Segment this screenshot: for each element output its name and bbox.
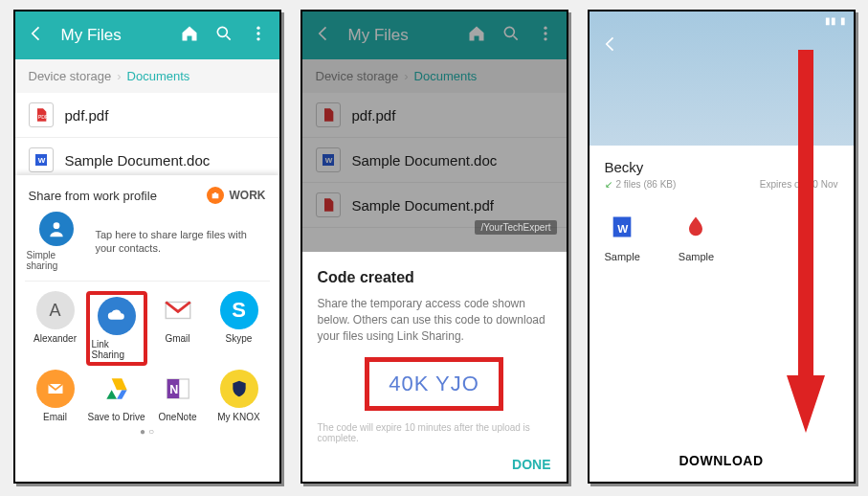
watermark: /YourTechExpert [475,220,556,235]
svg-point-0 [217,27,227,36]
email-icon [36,370,75,408]
share-sheet: Share from work profile WORK Simple shar… [15,175,279,482]
sender-name: Becky [605,159,838,175]
file-list: PDF pdf.pdf W Sample Document.doc [15,93,279,183]
share-target-drive[interactable]: Save to Drive [86,370,147,422]
doc-icon: W [608,209,636,245]
svg-text:W: W [37,156,45,165]
app-title: My Files [61,26,165,45]
share-target-onenote[interactable]: N OneNote [147,370,209,422]
phone-2-code-created: My Files Device storage › Documents pdf.… [300,10,568,484]
avatar-icon: A [36,291,75,329]
file-summary: 2 files (86 KB) [616,179,677,190]
drive-icon [98,370,136,408]
simple-sharing-text: Tap here to share large files with your … [96,228,268,256]
down-arrow-icon: ↙ [605,179,612,190]
pdf-icon: PDF [29,102,54,127]
file-summary-row: ↙ 2 files (86 KB) Expires on 10 Nov [605,179,838,190]
page-indicator: ● ○ [25,422,270,437]
share-target-alexander[interactable]: A Alexander [25,291,86,366]
code-dialog: Code created Share the temporary access … [302,252,567,482]
file-item[interactable]: Sample [679,209,714,262]
breadcrumb-root[interactable]: Device storage [29,69,112,83]
status-bar: ▮▮ ▮ [590,15,854,26]
search-icon[interactable] [214,24,234,47]
back-icon[interactable] [601,34,620,57]
share-targets: A Alexander Link Sharing Gmail S Skype E… [25,282,270,422]
dialog-desc: Share the temporary access code shown be… [318,296,551,344]
svg-text:N: N [169,383,178,396]
access-code: 40K YJO [365,357,503,411]
svg-text:PDF: PDF [37,114,48,120]
share-target-link-sharing[interactable]: Link Sharing [86,291,147,366]
received-files: W Sample Sample [605,209,838,262]
share-target-skype[interactable]: S Skype [209,291,270,366]
svg-text:W: W [617,222,628,235]
svg-point-7 [53,222,59,229]
more-icon[interactable] [249,24,268,47]
skype-icon: S [220,291,258,329]
simple-sharing-label: Simple sharing [27,250,86,271]
cloud-link-icon [98,297,136,335]
done-button[interactable]: DONE [318,457,551,472]
dialog-title: Code created [318,269,551,286]
work-badge: WORK [207,187,266,204]
expires-label: Expires on 10 Nov [760,179,838,190]
home-icon[interactable] [180,24,199,47]
back-icon[interactable] [27,24,46,47]
phone-3-download: ▮▮ ▮ Becky ↙ 2 files (86 KB) Expires on … [588,10,856,484]
gmail-icon [159,291,197,329]
app-bar: My Files [15,11,279,59]
file-row[interactable]: PDF pdf.pdf [15,93,279,138]
contact-icon [39,212,74,246]
file-name: pdf.pdf [65,107,109,124]
share-title: Share from work profile [29,189,157,203]
share-target-email[interactable]: Email [25,370,86,422]
expire-note: The code will expire 10 minutes after th… [318,422,551,443]
download-button[interactable]: DOWNLOAD [590,453,854,468]
header-area: ▮▮ ▮ [590,11,854,146]
breadcrumb-current[interactable]: Documents [127,69,190,83]
svg-point-1 [256,27,259,30]
phone-1-share-sheet: My Files Device storage › Documents PDF … [13,10,281,484]
shield-icon [220,370,258,408]
file-item[interactable]: W Sample [605,209,640,262]
svg-point-3 [256,37,259,40]
share-target-gmail[interactable]: Gmail [147,291,209,366]
battery-icon: ▮ [840,15,846,26]
file-name: Sample Document.doc [65,152,211,169]
content-card: Becky ↙ 2 files (86 KB) Expires on 10 No… [590,146,854,482]
chevron-right-icon: › [117,69,121,83]
svg-point-2 [256,32,259,34]
pdf-icon [681,209,710,245]
onenote-icon: N [159,370,197,408]
breadcrumb[interactable]: Device storage › Documents [15,59,279,93]
doc-icon: W [29,147,54,172]
signal-icon: ▮▮ [825,15,836,26]
briefcase-icon [207,187,224,204]
simple-sharing[interactable]: Simple sharing Tap here to share large f… [25,212,270,282]
share-target-knox[interactable]: My KNOX [209,370,270,422]
